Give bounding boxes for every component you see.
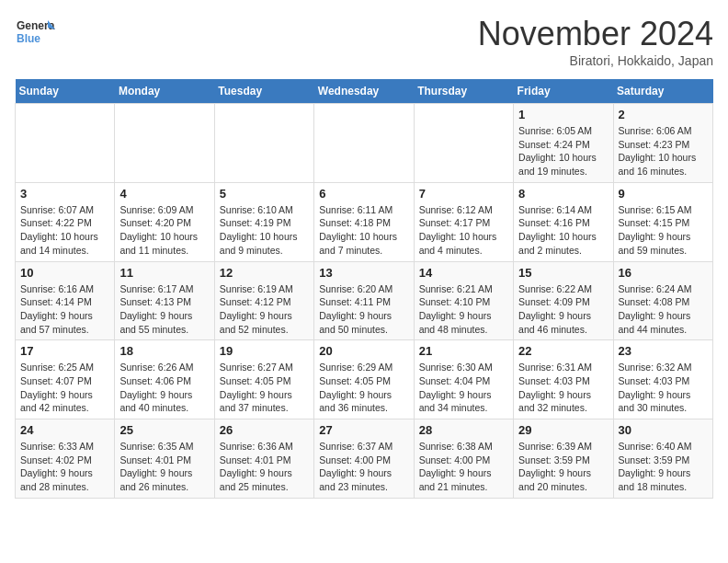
calendar-cell: 19Sunrise: 6:27 AMSunset: 4:05 PMDayligh… <box>214 340 313 419</box>
day-number: 2 <box>619 108 708 121</box>
day-number: 8 <box>518 187 608 201</box>
calendar-cell: 13Sunrise: 6:20 AMSunset: 4:11 PMDayligh… <box>314 261 414 340</box>
calendar-cell: 10Sunrise: 6:16 AMSunset: 4:14 PMDayligh… <box>16 261 115 340</box>
day-number: 18 <box>119 344 209 358</box>
day-number: 20 <box>319 344 408 358</box>
day-number: 23 <box>619 344 708 358</box>
day-info: Sunrise: 6:36 AMSunset: 4:01 PMDaylight:… <box>220 440 309 494</box>
calendar-cell: 2Sunrise: 6:06 AMSunset: 4:23 PMDaylight… <box>613 104 712 183</box>
calendar-week-row: 10Sunrise: 6:16 AMSunset: 4:14 PMDayligh… <box>16 261 713 340</box>
day-info: Sunrise: 6:25 AMSunset: 4:07 PMDaylight:… <box>20 361 109 415</box>
day-number: 4 <box>119 187 209 201</box>
day-info: Sunrise: 6:10 AMSunset: 4:19 PMDaylight:… <box>220 203 309 258</box>
calendar-cell <box>314 104 414 183</box>
day-info: Sunrise: 6:09 AMSunset: 4:20 PMDaylight:… <box>119 203 209 258</box>
calendar-cell: 1Sunrise: 6:05 AMSunset: 4:24 PMDaylight… <box>514 104 613 183</box>
day-number: 26 <box>220 423 309 437</box>
weekday-header: Tuesday <box>214 79 313 104</box>
calendar-cell: 26Sunrise: 6:36 AMSunset: 4:01 PMDayligh… <box>214 419 313 499</box>
calendar-cell: 18Sunrise: 6:26 AMSunset: 4:06 PMDayligh… <box>115 340 214 419</box>
calendar-week-row: 17Sunrise: 6:25 AMSunset: 4:07 PMDayligh… <box>16 340 713 419</box>
calendar-cell <box>115 104 214 183</box>
day-info: Sunrise: 6:33 AMSunset: 4:02 PMDaylight:… <box>20 440 109 494</box>
weekday-header: Wednesday <box>314 79 414 104</box>
calendar-cell: 5Sunrise: 6:10 AMSunset: 4:19 PMDaylight… <box>214 182 313 261</box>
calendar-cell: 23Sunrise: 6:32 AMSunset: 4:03 PMDayligh… <box>613 340 712 419</box>
day-number: 24 <box>20 423 109 437</box>
logo-icon: General Blue <box>15 15 55 55</box>
calendar-cell: 3Sunrise: 6:07 AMSunset: 4:22 PMDaylight… <box>16 182 115 261</box>
day-info: Sunrise: 6:15 AMSunset: 4:15 PMDaylight:… <box>619 203 708 258</box>
day-number: 6 <box>319 187 408 201</box>
day-number: 12 <box>220 266 309 280</box>
day-info: Sunrise: 6:38 AMSunset: 4:00 PMDaylight:… <box>419 440 508 494</box>
calendar-cell: 9Sunrise: 6:15 AMSunset: 4:15 PMDaylight… <box>613 182 712 261</box>
calendar-cell: 25Sunrise: 6:35 AMSunset: 4:01 PMDayligh… <box>115 419 214 499</box>
day-number: 9 <box>619 187 708 201</box>
day-number: 3 <box>20 187 109 201</box>
day-number: 1 <box>518 108 608 121</box>
month-title: November 2024 <box>478 15 713 53</box>
day-info: Sunrise: 6:05 AMSunset: 4:24 PMDaylight:… <box>518 124 608 178</box>
day-info: Sunrise: 6:26 AMSunset: 4:06 PMDaylight:… <box>119 361 209 415</box>
calendar-cell: 29Sunrise: 6:39 AMSunset: 3:59 PMDayligh… <box>514 419 613 499</box>
svg-text:Blue: Blue <box>17 32 40 45</box>
day-number: 19 <box>220 344 309 358</box>
day-info: Sunrise: 6:21 AMSunset: 4:10 PMDaylight:… <box>419 282 508 337</box>
day-info: Sunrise: 6:39 AMSunset: 3:59 PMDaylight:… <box>518 440 608 494</box>
day-number: 28 <box>419 423 508 437</box>
weekday-header: Friday <box>514 79 613 104</box>
weekday-header: Thursday <box>414 79 513 104</box>
day-info: Sunrise: 6:32 AMSunset: 4:03 PMDaylight:… <box>619 361 708 415</box>
calendar-week-row: 3Sunrise: 6:07 AMSunset: 4:22 PMDaylight… <box>16 182 713 261</box>
calendar-cell: 20Sunrise: 6:29 AMSunset: 4:05 PMDayligh… <box>314 340 414 419</box>
calendar-cell: 7Sunrise: 6:12 AMSunset: 4:17 PMDaylight… <box>414 182 513 261</box>
day-number: 25 <box>119 423 209 437</box>
day-info: Sunrise: 6:29 AMSunset: 4:05 PMDaylight:… <box>319 361 408 415</box>
title-block: November 2024 Biratori, Hokkaido, Japan <box>478 15 713 68</box>
day-info: Sunrise: 6:27 AMSunset: 4:05 PMDaylight:… <box>220 361 309 415</box>
day-number: 11 <box>119 266 209 280</box>
day-info: Sunrise: 6:17 AMSunset: 4:13 PMDaylight:… <box>119 282 209 337</box>
calendar-cell: 17Sunrise: 6:25 AMSunset: 4:07 PMDayligh… <box>16 340 115 419</box>
day-info: Sunrise: 6:22 AMSunset: 4:09 PMDaylight:… <box>518 282 608 337</box>
weekday-header: Sunday <box>16 79 115 104</box>
day-info: Sunrise: 6:35 AMSunset: 4:01 PMDaylight:… <box>119 440 209 494</box>
day-info: Sunrise: 6:37 AMSunset: 4:00 PMDaylight:… <box>319 440 408 494</box>
page-header: General Blue November 2024 Biratori, Hok… <box>15 15 713 68</box>
day-number: 30 <box>619 423 708 437</box>
day-number: 27 <box>319 423 408 437</box>
calendar-cell <box>414 104 513 183</box>
day-number: 13 <box>319 266 408 280</box>
day-number: 5 <box>220 187 309 201</box>
day-info: Sunrise: 6:16 AMSunset: 4:14 PMDaylight:… <box>20 282 109 337</box>
calendar-cell: 22Sunrise: 6:31 AMSunset: 4:03 PMDayligh… <box>514 340 613 419</box>
day-number: 22 <box>518 344 608 358</box>
calendar-week-row: 24Sunrise: 6:33 AMSunset: 4:02 PMDayligh… <box>16 419 713 499</box>
day-info: Sunrise: 6:19 AMSunset: 4:12 PMDaylight:… <box>220 282 309 337</box>
weekday-header: Saturday <box>613 79 712 104</box>
day-info: Sunrise: 6:24 AMSunset: 4:08 PMDaylight:… <box>619 282 708 337</box>
day-info: Sunrise: 6:06 AMSunset: 4:23 PMDaylight:… <box>619 124 708 178</box>
calendar-cell: 8Sunrise: 6:14 AMSunset: 4:16 PMDaylight… <box>514 182 613 261</box>
calendar-cell <box>16 104 115 183</box>
day-info: Sunrise: 6:31 AMSunset: 4:03 PMDaylight:… <box>518 361 608 415</box>
day-number: 21 <box>419 344 508 358</box>
calendar-week-row: 1Sunrise: 6:05 AMSunset: 4:24 PMDaylight… <box>16 104 713 183</box>
calendar-cell <box>214 104 313 183</box>
day-info: Sunrise: 6:14 AMSunset: 4:16 PMDaylight:… <box>518 203 608 258</box>
day-info: Sunrise: 6:20 AMSunset: 4:11 PMDaylight:… <box>319 282 408 337</box>
day-number: 15 <box>518 266 608 280</box>
calendar-cell: 30Sunrise: 6:40 AMSunset: 3:59 PMDayligh… <box>613 419 712 499</box>
day-number: 7 <box>419 187 508 201</box>
calendar-cell: 14Sunrise: 6:21 AMSunset: 4:10 PMDayligh… <box>414 261 513 340</box>
day-info: Sunrise: 6:07 AMSunset: 4:22 PMDaylight:… <box>20 203 109 258</box>
day-info: Sunrise: 6:11 AMSunset: 4:18 PMDaylight:… <box>319 203 408 258</box>
day-number: 10 <box>20 266 109 280</box>
calendar-cell: 27Sunrise: 6:37 AMSunset: 4:00 PMDayligh… <box>314 419 414 499</box>
calendar-cell: 11Sunrise: 6:17 AMSunset: 4:13 PMDayligh… <box>115 261 214 340</box>
day-info: Sunrise: 6:30 AMSunset: 4:04 PMDaylight:… <box>419 361 508 415</box>
logo: General Blue <box>15 15 55 55</box>
day-info: Sunrise: 6:40 AMSunset: 3:59 PMDaylight:… <box>619 440 708 494</box>
day-number: 16 <box>619 266 708 280</box>
